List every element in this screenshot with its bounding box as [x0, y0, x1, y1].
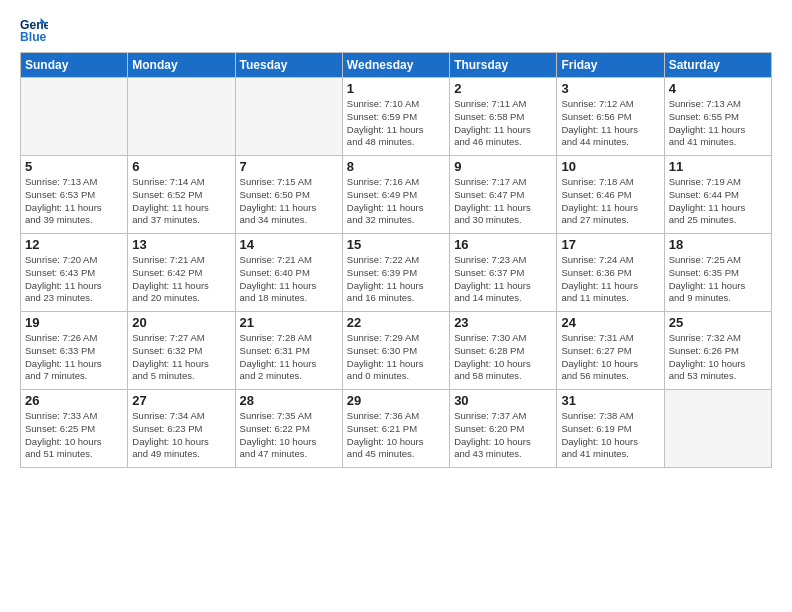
day-number: 12	[25, 237, 123, 252]
calendar-cell	[235, 78, 342, 156]
day-info: Sunrise: 7:18 AM Sunset: 6:46 PM Dayligh…	[561, 176, 659, 227]
calendar-cell: 25Sunrise: 7:32 AM Sunset: 6:26 PM Dayli…	[664, 312, 771, 390]
day-info: Sunrise: 7:37 AM Sunset: 6:20 PM Dayligh…	[454, 410, 552, 461]
calendar-cell: 9Sunrise: 7:17 AM Sunset: 6:47 PM Daylig…	[450, 156, 557, 234]
day-number: 22	[347, 315, 445, 330]
calendar-cell: 1Sunrise: 7:10 AM Sunset: 6:59 PM Daylig…	[342, 78, 449, 156]
calendar-cell: 6Sunrise: 7:14 AM Sunset: 6:52 PM Daylig…	[128, 156, 235, 234]
day-number: 16	[454, 237, 552, 252]
day-number: 5	[25, 159, 123, 174]
day-info: Sunrise: 7:38 AM Sunset: 6:19 PM Dayligh…	[561, 410, 659, 461]
calendar-cell: 21Sunrise: 7:28 AM Sunset: 6:31 PM Dayli…	[235, 312, 342, 390]
weekday-header-monday: Monday	[128, 53, 235, 78]
calendar-cell: 27Sunrise: 7:34 AM Sunset: 6:23 PM Dayli…	[128, 390, 235, 468]
logo-icon: General Blue	[20, 16, 48, 44]
calendar-cell: 31Sunrise: 7:38 AM Sunset: 6:19 PM Dayli…	[557, 390, 664, 468]
day-info: Sunrise: 7:30 AM Sunset: 6:28 PM Dayligh…	[454, 332, 552, 383]
day-number: 24	[561, 315, 659, 330]
day-number: 31	[561, 393, 659, 408]
day-info: Sunrise: 7:22 AM Sunset: 6:39 PM Dayligh…	[347, 254, 445, 305]
calendar-cell: 13Sunrise: 7:21 AM Sunset: 6:42 PM Dayli…	[128, 234, 235, 312]
calendar-cell: 26Sunrise: 7:33 AM Sunset: 6:25 PM Dayli…	[21, 390, 128, 468]
calendar-cell: 2Sunrise: 7:11 AM Sunset: 6:58 PM Daylig…	[450, 78, 557, 156]
day-info: Sunrise: 7:24 AM Sunset: 6:36 PM Dayligh…	[561, 254, 659, 305]
weekday-header-tuesday: Tuesday	[235, 53, 342, 78]
calendar-cell: 15Sunrise: 7:22 AM Sunset: 6:39 PM Dayli…	[342, 234, 449, 312]
day-info: Sunrise: 7:31 AM Sunset: 6:27 PM Dayligh…	[561, 332, 659, 383]
day-info: Sunrise: 7:12 AM Sunset: 6:56 PM Dayligh…	[561, 98, 659, 149]
day-number: 10	[561, 159, 659, 174]
day-info: Sunrise: 7:14 AM Sunset: 6:52 PM Dayligh…	[132, 176, 230, 227]
day-number: 8	[347, 159, 445, 174]
calendar-cell: 29Sunrise: 7:36 AM Sunset: 6:21 PM Dayli…	[342, 390, 449, 468]
day-number: 3	[561, 81, 659, 96]
day-number: 27	[132, 393, 230, 408]
day-info: Sunrise: 7:27 AM Sunset: 6:32 PM Dayligh…	[132, 332, 230, 383]
weekday-header-saturday: Saturday	[664, 53, 771, 78]
day-info: Sunrise: 7:19 AM Sunset: 6:44 PM Dayligh…	[669, 176, 767, 227]
calendar-cell: 8Sunrise: 7:16 AM Sunset: 6:49 PM Daylig…	[342, 156, 449, 234]
svg-text:Blue: Blue	[20, 30, 47, 44]
day-number: 6	[132, 159, 230, 174]
day-info: Sunrise: 7:36 AM Sunset: 6:21 PM Dayligh…	[347, 410, 445, 461]
day-number: 21	[240, 315, 338, 330]
calendar-cell	[21, 78, 128, 156]
day-info: Sunrise: 7:28 AM Sunset: 6:31 PM Dayligh…	[240, 332, 338, 383]
day-number: 14	[240, 237, 338, 252]
day-number: 13	[132, 237, 230, 252]
day-info: Sunrise: 7:29 AM Sunset: 6:30 PM Dayligh…	[347, 332, 445, 383]
day-info: Sunrise: 7:10 AM Sunset: 6:59 PM Dayligh…	[347, 98, 445, 149]
calendar-cell: 3Sunrise: 7:12 AM Sunset: 6:56 PM Daylig…	[557, 78, 664, 156]
calendar-cell: 22Sunrise: 7:29 AM Sunset: 6:30 PM Dayli…	[342, 312, 449, 390]
day-number: 4	[669, 81, 767, 96]
calendar-cell: 7Sunrise: 7:15 AM Sunset: 6:50 PM Daylig…	[235, 156, 342, 234]
calendar-cell: 17Sunrise: 7:24 AM Sunset: 6:36 PM Dayli…	[557, 234, 664, 312]
weekday-header-thursday: Thursday	[450, 53, 557, 78]
logo: General Blue	[20, 16, 48, 44]
calendar-cell: 5Sunrise: 7:13 AM Sunset: 6:53 PM Daylig…	[21, 156, 128, 234]
calendar-table: SundayMondayTuesdayWednesdayThursdayFrid…	[20, 52, 772, 468]
day-info: Sunrise: 7:25 AM Sunset: 6:35 PM Dayligh…	[669, 254, 767, 305]
day-number: 23	[454, 315, 552, 330]
day-number: 15	[347, 237, 445, 252]
day-number: 1	[347, 81, 445, 96]
calendar-cell: 16Sunrise: 7:23 AM Sunset: 6:37 PM Dayli…	[450, 234, 557, 312]
day-info: Sunrise: 7:34 AM Sunset: 6:23 PM Dayligh…	[132, 410, 230, 461]
calendar-cell: 28Sunrise: 7:35 AM Sunset: 6:22 PM Dayli…	[235, 390, 342, 468]
calendar-cell: 18Sunrise: 7:25 AM Sunset: 6:35 PM Dayli…	[664, 234, 771, 312]
calendar-cell	[128, 78, 235, 156]
day-number: 18	[669, 237, 767, 252]
header: General Blue	[20, 16, 772, 44]
calendar-cell: 4Sunrise: 7:13 AM Sunset: 6:55 PM Daylig…	[664, 78, 771, 156]
day-info: Sunrise: 7:35 AM Sunset: 6:22 PM Dayligh…	[240, 410, 338, 461]
week-row-2: 12Sunrise: 7:20 AM Sunset: 6:43 PM Dayli…	[21, 234, 772, 312]
day-number: 30	[454, 393, 552, 408]
day-info: Sunrise: 7:11 AM Sunset: 6:58 PM Dayligh…	[454, 98, 552, 149]
calendar-cell: 10Sunrise: 7:18 AM Sunset: 6:46 PM Dayli…	[557, 156, 664, 234]
day-number: 29	[347, 393, 445, 408]
day-number: 2	[454, 81, 552, 96]
day-number: 28	[240, 393, 338, 408]
calendar-cell: 23Sunrise: 7:30 AM Sunset: 6:28 PM Dayli…	[450, 312, 557, 390]
day-info: Sunrise: 7:26 AM Sunset: 6:33 PM Dayligh…	[25, 332, 123, 383]
week-row-1: 5Sunrise: 7:13 AM Sunset: 6:53 PM Daylig…	[21, 156, 772, 234]
day-number: 26	[25, 393, 123, 408]
day-info: Sunrise: 7:33 AM Sunset: 6:25 PM Dayligh…	[25, 410, 123, 461]
day-number: 20	[132, 315, 230, 330]
day-info: Sunrise: 7:23 AM Sunset: 6:37 PM Dayligh…	[454, 254, 552, 305]
week-row-3: 19Sunrise: 7:26 AM Sunset: 6:33 PM Dayli…	[21, 312, 772, 390]
day-info: Sunrise: 7:15 AM Sunset: 6:50 PM Dayligh…	[240, 176, 338, 227]
day-number: 11	[669, 159, 767, 174]
day-info: Sunrise: 7:20 AM Sunset: 6:43 PM Dayligh…	[25, 254, 123, 305]
day-number: 25	[669, 315, 767, 330]
page-container: General Blue SundayMondayTuesdayWednesda…	[0, 0, 792, 612]
day-info: Sunrise: 7:21 AM Sunset: 6:42 PM Dayligh…	[132, 254, 230, 305]
day-info: Sunrise: 7:21 AM Sunset: 6:40 PM Dayligh…	[240, 254, 338, 305]
calendar-cell: 11Sunrise: 7:19 AM Sunset: 6:44 PM Dayli…	[664, 156, 771, 234]
day-info: Sunrise: 7:32 AM Sunset: 6:26 PM Dayligh…	[669, 332, 767, 383]
weekday-header-sunday: Sunday	[21, 53, 128, 78]
calendar-cell: 19Sunrise: 7:26 AM Sunset: 6:33 PM Dayli…	[21, 312, 128, 390]
day-info: Sunrise: 7:17 AM Sunset: 6:47 PM Dayligh…	[454, 176, 552, 227]
day-number: 19	[25, 315, 123, 330]
weekday-header-row: SundayMondayTuesdayWednesdayThursdayFrid…	[21, 53, 772, 78]
